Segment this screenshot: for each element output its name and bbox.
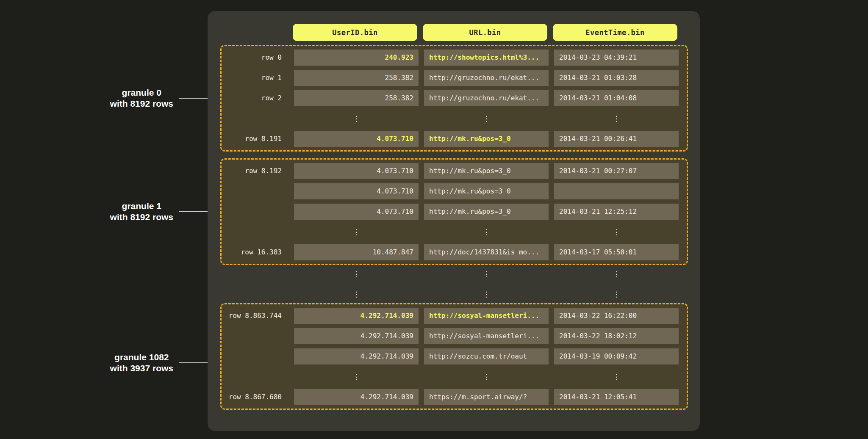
ellipsis-vertical-icon: ⋮ — [294, 369, 419, 385]
row-label — [222, 328, 288, 344]
cell-userid: 4.292.714.039 — [294, 348, 419, 364]
row-label — [222, 348, 288, 364]
granule-1-box: row 8.192 4.073.710 http://mk.ru&pos=3_0… — [220, 158, 688, 265]
cell-eventtime: 2014-03-21 00:26:41 — [554, 131, 679, 147]
cell-userid: 4.292.714.039 — [294, 389, 419, 405]
row-label: row 8.867.680 — [222, 389, 288, 405]
cell-url: http://doc/1437831&is_mo... — [424, 244, 549, 260]
ellipsis-vertical-icon: ⋮ — [554, 266, 679, 282]
omitted-granules-separator: ⋮ ⋮ ⋮ ⋮ ⋮ ⋮ — [220, 265, 688, 303]
cell-eventtime: 2014-03-21 00:27:07 — [554, 163, 679, 179]
column-header-url: URL.bin — [423, 24, 547, 41]
cell-url: http://mk.ru&pos=3_0 — [424, 163, 549, 179]
header-spacer — [220, 24, 287, 41]
cell-url: http://mk.ru&pos=3_0 — [424, 131, 549, 147]
cell-userid: 258.382 — [294, 90, 419, 106]
cell-url: http://mk.ru&pos=3_0 — [424, 183, 549, 199]
granule-label-line1: granule 1082 — [110, 352, 173, 363]
cell-userid: 4.073.710 — [294, 204, 419, 220]
cell-eventtime-empty — [554, 183, 679, 199]
row-label — [222, 224, 288, 240]
cell-userid: 4.292.714.039 — [294, 328, 419, 344]
cell-eventtime: 2014-03-17 05:50:01 — [554, 244, 679, 260]
ellipsis-vertical-icon: ⋮ — [554, 369, 679, 385]
granule-1-label: granule 1 with 8192 rows — [110, 201, 215, 223]
granule-label-line2: with 3937 rows — [110, 363, 173, 374]
row-label — [222, 110, 288, 127]
cell-eventtime: 2014-03-21 12:05:41 — [554, 389, 679, 405]
cell-userid: 10.487.847 — [294, 244, 419, 260]
table-panel: UserID.bin URL.bin EventTime.bin row 0 2… — [208, 11, 700, 431]
granule-label-line1: granule 0 — [110, 87, 173, 98]
cell-userid: 4.073.710 — [294, 163, 419, 179]
row-label: row 0 — [222, 50, 288, 66]
cell-eventtime: 2014-03-21 01:04:08 — [554, 90, 679, 106]
row-label — [222, 204, 288, 220]
cell-url: http://gruzochno.ru/ekat... — [424, 70, 549, 86]
row-label: row 8.192 — [222, 163, 288, 179]
cell-url: http://sozcu.com.tr/oaut — [424, 348, 549, 364]
cell-url: http://showtopics.html%3... — [424, 50, 549, 66]
granule-1082-box: row 8.863.744 4.292.714.039 http://sosya… — [220, 303, 688, 410]
column-header-eventtime: EventTime.bin — [553, 24, 677, 41]
cell-userid: 258.382 — [294, 70, 419, 86]
column-header-row: UserID.bin URL.bin EventTime.bin — [220, 24, 688, 41]
cell-url: http://gruzochno.ru/ekat... — [424, 90, 549, 106]
ellipsis-vertical-icon: ⋮ — [294, 286, 419, 302]
column-header-userid: UserID.bin — [293, 24, 417, 41]
granule-0-label-text: granule 0 with 8192 rows — [110, 87, 173, 109]
row-label: row 8.863.744 — [222, 308, 288, 324]
cell-eventtime: 2014-03-22 18:02:12 — [554, 328, 679, 344]
row-label: row 2 — [222, 90, 288, 106]
ellipsis-vertical-icon: ⋮ — [554, 286, 679, 302]
row-label — [222, 183, 288, 199]
granules-diagram: granule 0 with 8192 rows granule 1 with … — [0, 0, 868, 439]
cell-userid: 240.923 — [294, 50, 419, 66]
row-label: row 8.191 — [222, 131, 288, 147]
cell-eventtime: 2014-03-21 01:03:28 — [554, 70, 679, 86]
cell-url: http://sosyal-mansetleri... — [424, 328, 549, 344]
cell-userid: 4.073.710 — [294, 183, 419, 199]
cell-userid: 4.292.714.039 — [294, 308, 419, 324]
ellipsis-vertical-icon: ⋮ — [294, 224, 419, 240]
granule-label-line1: granule 1 — [110, 201, 173, 212]
cell-url: https://m.sport.airway/? — [424, 389, 549, 405]
granule-1082-label: granule 1082 with 3937 rows — [110, 352, 215, 374]
ellipsis-vertical-icon: ⋮ — [294, 110, 419, 127]
cell-eventtime: 2014-03-22 16:22:00 — [554, 308, 679, 324]
cell-eventtime: 2014-03-19 00:09:42 — [554, 348, 679, 364]
cell-url: http://sosyal-mansetleri... — [424, 308, 549, 324]
ellipsis-vertical-icon: ⋮ — [424, 224, 549, 240]
granule-label-line2: with 8192 rows — [110, 212, 173, 223]
ellipsis-vertical-icon: ⋮ — [424, 266, 549, 282]
ellipsis-vertical-icon: ⋮ — [294, 266, 419, 282]
ellipsis-vertical-icon: ⋮ — [424, 286, 549, 302]
ellipsis-vertical-icon: ⋮ — [554, 110, 679, 127]
granule-1082-label-text: granule 1082 with 3937 rows — [110, 352, 173, 374]
cell-eventtime: 2014-03-23 04:39:21 — [554, 50, 679, 66]
cell-eventtime: 2014-03-21 12:25:12 — [554, 204, 679, 220]
cell-userid: 4.073.710 — [294, 131, 419, 147]
ellipsis-vertical-icon: ⋮ — [424, 369, 549, 385]
granule-label-line2: with 8192 rows — [110, 98, 173, 109]
row-label — [222, 369, 288, 385]
granule-0-label: granule 0 with 8192 rows — [110, 87, 215, 109]
cell-url: http://mk.ru&pos=3_0 — [424, 204, 549, 220]
row-label: row 16.383 — [222, 244, 288, 260]
ellipsis-vertical-icon: ⋮ — [554, 224, 679, 240]
granule-1-label-text: granule 1 with 8192 rows — [110, 201, 173, 223]
granule-0-box: row 0 240.923 http://showtopics.html%3..… — [220, 45, 688, 152]
ellipsis-vertical-icon: ⋮ — [424, 110, 549, 127]
row-label: row 1 — [222, 70, 288, 86]
